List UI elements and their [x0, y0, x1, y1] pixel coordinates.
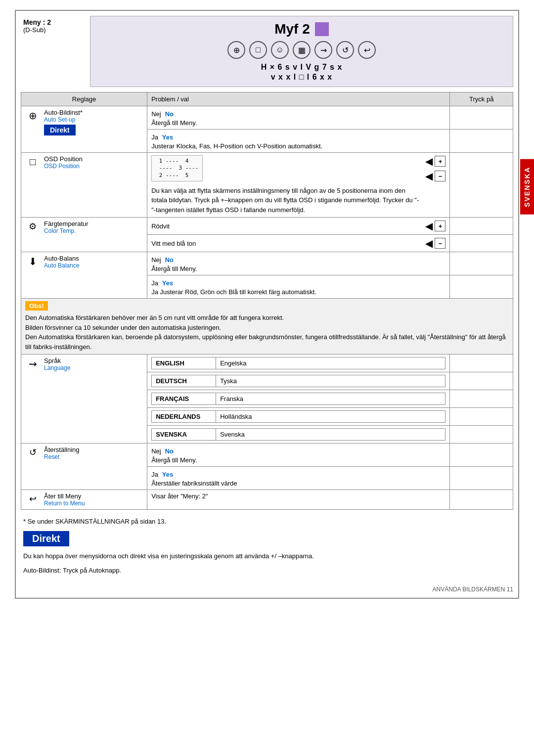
cell-language-label: ⇝ Språk Language: [21, 355, 147, 444]
cell-lang-francais-tryck: [450, 390, 513, 408]
cell-farg-vitt: Vitt med blå ton ◀ −: [147, 235, 450, 252]
lang-val-svenska: Svenska: [216, 429, 445, 441]
cell-return-tryck: [450, 490, 513, 510]
farg-plus-row: ◀ +: [425, 220, 445, 232]
table-row-return: ↩ Åter till Meny Return to Menu Visar åt…: [21, 490, 513, 510]
cell-lang-english: ENGLISH Engelska: [147, 355, 450, 372]
farg-vitt-text: Vitt med blå ton: [151, 240, 196, 247]
main-table: Reglage Problem / val Tryck på ⊕ Auto-Bi…: [21, 92, 513, 510]
return-icon: ↩: [25, 493, 40, 504]
autobalans-no: No: [165, 256, 174, 264]
cell-lang-svenska: SVENSKA Svenska: [147, 426, 450, 444]
minus-box: −: [435, 171, 445, 181]
farg-minus: −: [435, 238, 445, 249]
menu-title-text: Myf 2: [274, 21, 310, 37]
lang-key-nederlands: NEDERLANDS: [152, 411, 216, 423]
icon-grid: ▦: [293, 41, 311, 59]
plus-box: +: [435, 156, 445, 167]
cell-farg-rodvit: Rödvit ◀ +: [147, 218, 450, 235]
icon-return: ↩: [358, 41, 376, 59]
no-label: No: [165, 110, 174, 118]
farg-minus-row: ◀ −: [425, 237, 445, 249]
lang-table-row-english: ENGLISH Engelska: [151, 357, 445, 369]
lang-key-francais: FRANÇAIS: [152, 393, 216, 405]
lang-val-francais: Franska: [216, 393, 445, 405]
footnote: * Se under SKÄRMINSTÄLLNINGAR på sidan 1…: [23, 518, 511, 525]
autobalans-label: Auto-Balans: [44, 255, 79, 262]
icon-reset: ↺: [336, 41, 354, 59]
cell-lang-francais: FRANÇAIS Franska: [147, 390, 450, 408]
icon-wave: ⇝: [314, 41, 332, 59]
menu-label: Meny : 2: [23, 18, 88, 26]
cell-auto-nej-tryck: [450, 106, 513, 130]
lang-key-svenska: SVENSKA: [152, 429, 216, 441]
lang-key-deutsch: DEUTSCH: [152, 375, 216, 387]
language-label: Språk: [44, 357, 70, 364]
reset-label-blue: Reset: [44, 453, 80, 460]
table-row-obs: Obs! Den Automatiska förstärkaren behöve…: [21, 299, 513, 355]
reset-yes: Yes: [162, 471, 173, 478]
arrow-down-btn: ◀ −: [425, 170, 445, 182]
icons-row: ⊕ □ ☺ ▦ ⇝ ↺ ↩: [227, 41, 376, 59]
direkt-badge: Direkt: [44, 125, 76, 135]
cell-farg-vitt-tryck: [450, 235, 513, 252]
cell-auto-bildinst-label: ⊕ Auto-Bildinst* Auto Set-up Direkt: [21, 106, 147, 153]
cell-auto-ja: Ja Yes Justerar Klocka, Fas, H-Position …: [147, 130, 450, 153]
autobalans-label-blue: Auto Balance: [44, 262, 79, 269]
menu-sub: (D-Sub): [23, 26, 88, 34]
col-reglage-header: Reglage: [21, 92, 147, 106]
direkt-auto-text: Auto-Bildinst: Tryck på Autoknapp.: [23, 566, 511, 576]
osd-label: OSD Position: [44, 155, 83, 163]
lang-key-english: ENGLISH: [152, 357, 216, 369]
lang-val-nederlands: Holländska: [216, 411, 445, 423]
icon-move: ⊕: [227, 41, 245, 59]
table-row-reset: ↺ Återställning Reset Nej No Återgå t: [21, 444, 513, 467]
cell-lang-english-tryck: [450, 355, 513, 372]
table-row-autobalans: ⬇ Auto-Balans Auto Balance Nej No Åte: [21, 252, 513, 275]
farg-rodvit-text: Rödvit: [151, 222, 170, 230]
direkt-section: Direkt Du kan hoppa över menysidorna och…: [23, 531, 511, 576]
lang-val-deutsch: Tyska: [216, 375, 445, 387]
cell-reset-label: ↺ Återställning Reset: [21, 444, 147, 490]
cell-farg-label: ⚙ Färgtemperatur Color Temp.: [21, 218, 147, 252]
autobalans-yes: Yes: [162, 279, 173, 287]
arrow-left-icon: ◀: [425, 155, 433, 167]
cell-lang-deutsch-tryck: [450, 372, 513, 390]
header-text-line1: H × 6 s v I V g 7 s x: [261, 63, 343, 72]
cell-autobalans-nej-tryck: [450, 252, 513, 275]
arrow-left-icon2: ◀: [425, 170, 433, 182]
col-tryck-header: Tryck på: [450, 92, 513, 106]
cell-autobalans-nej: Nej No Återgå till Meny.: [147, 252, 450, 275]
cell-lang-svenska-tryck: [450, 426, 513, 444]
farg-label-blue: Color Temp.: [44, 227, 89, 234]
language-label-blue: Language: [44, 364, 70, 371]
icon-color: ☺: [271, 41, 289, 59]
cell-return-label: ↩ Åter till Meny Return to Menu: [21, 490, 147, 510]
farg-icon: ⚙: [25, 221, 40, 232]
cell-lang-nederlands-tryck: [450, 408, 513, 426]
menu-title: Myf 2: [274, 21, 329, 37]
cell-autobalans-ja-tryck: [450, 275, 513, 299]
farg-arrow-left: ◀: [425, 220, 433, 232]
language-icon: ⇝: [25, 358, 40, 370]
cell-osd-label: □ OSD Position OSD Position: [21, 153, 147, 218]
cell-return-problem: Visar åter "Meny: 2": [147, 490, 450, 510]
svenska-tab: SVENSKA: [520, 159, 534, 215]
cell-autobalans-label: ⬇ Auto-Balans Auto Balance: [21, 252, 147, 299]
cell-autobalans-ja: Ja Yes Ja Justerar Röd, Grön och Blå til…: [147, 275, 450, 299]
reset-ja: Ja: [151, 471, 158, 478]
auto-bildinst-label: Auto-Bildinst*: [44, 109, 83, 116]
reset-nej: Nej: [151, 447, 161, 455]
return-label-blue: Return to Menu: [44, 500, 85, 507]
direkt-heading: Direkt: [23, 531, 69, 546]
cell-obs: Obs! Den Automatiska förstärkaren behöve…: [21, 299, 513, 355]
obs-text: Den Automatiska förstärkaren behöver mer…: [25, 313, 509, 352]
arrow-up-btn: ◀ +: [425, 155, 445, 167]
cell-reset-nej: Nej No Återgå till Meny.: [147, 444, 450, 467]
autobalans-nej: Nej: [151, 256, 161, 264]
cell-auto-nej: Nej No Återgå till Meny.: [147, 106, 450, 130]
auto-bildinst-label-blue: Auto Set-up: [44, 116, 83, 123]
after-table: * Se under SKÄRMINSTÄLLNINGAR på sidan 1…: [21, 518, 513, 576]
reset-label: Återställning: [44, 446, 80, 453]
icon-square: □: [249, 41, 267, 59]
